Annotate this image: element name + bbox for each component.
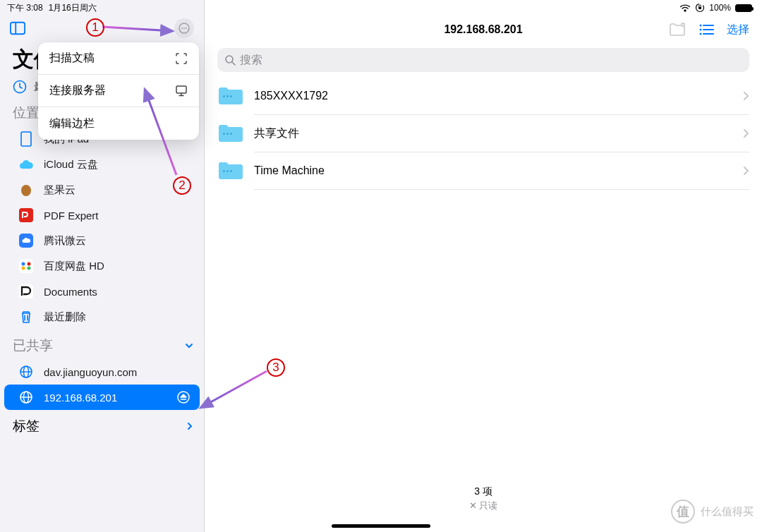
more-menu-popup: 扫描文稿 连接服务器 编辑边栏 xyxy=(38,42,199,140)
popup-edit-sidebar[interactable]: 编辑边栏 xyxy=(38,107,199,140)
sidebar-item-label: 腾讯微云 xyxy=(44,234,86,248)
battery-pct: 100% xyxy=(709,3,731,13)
chevron-right-icon xyxy=(742,128,749,138)
orientation-lock-icon xyxy=(695,3,705,13)
file-name: Time Machine xyxy=(254,164,325,177)
section-shared-header[interactable]: 已共享 xyxy=(0,330,204,359)
search-placeholder: 搜索 xyxy=(240,53,262,68)
section-tags-header[interactable]: 标签 xyxy=(0,410,204,440)
popup-connect-server[interactable]: 连接服务器 xyxy=(38,75,199,107)
sidebar-item-label: PDF Expert xyxy=(44,210,99,222)
popup-item-label: 编辑边栏 xyxy=(49,116,95,131)
watermark-badge: 值 xyxy=(671,500,695,524)
sidebar-item-server[interactable]: 192.168.68.201 xyxy=(4,385,200,410)
status-bar-right: 100% xyxy=(205,0,762,14)
sidebar-item-label: 百度网盘 HD xyxy=(44,260,104,273)
status-bar: 下午 3:08 1月16日周六 xyxy=(0,0,204,14)
svg-point-15 xyxy=(22,262,25,266)
svg-point-11 xyxy=(21,185,31,196)
svg-point-31 xyxy=(700,29,702,31)
sidebar-item-jianguoyun[interactable]: 坚果云 xyxy=(4,177,200,202)
sidebar-item-trash[interactable]: 最近删除 xyxy=(4,304,200,330)
search-field[interactable]: 搜索 xyxy=(217,48,749,72)
jianguoyun-icon xyxy=(17,183,35,197)
status-date: 1月16日周六 xyxy=(49,2,97,14)
svg-rect-42 xyxy=(226,133,229,135)
server-icon xyxy=(175,85,188,97)
svg-point-4 xyxy=(183,28,185,29)
scan-icon xyxy=(175,52,188,65)
chevron-down-icon xyxy=(184,341,194,351)
sidebar-item-label: 192.168.68.201 xyxy=(44,392,117,404)
svg-point-30 xyxy=(700,25,702,27)
svg-point-18 xyxy=(28,267,31,270)
clock-icon xyxy=(13,80,27,94)
status-time: 下午 3:08 xyxy=(7,2,43,14)
sidebar-item-weiyun[interactable]: 腾讯微云 xyxy=(4,228,200,253)
search-icon xyxy=(224,54,236,66)
svg-point-17 xyxy=(22,267,25,270)
new-folder-icon[interactable] xyxy=(669,23,686,37)
battery-icon xyxy=(735,4,752,12)
globe-icon xyxy=(17,390,35,404)
popup-item-label: 扫描文稿 xyxy=(49,51,95,66)
weiyun-icon xyxy=(17,234,35,248)
list-view-icon[interactable] xyxy=(698,23,714,36)
svg-rect-7 xyxy=(176,86,186,93)
svg-rect-28 xyxy=(698,7,701,10)
chevron-right-icon xyxy=(742,166,749,176)
item-count: 3 项 xyxy=(205,485,762,498)
svg-rect-43 xyxy=(230,133,232,135)
main-header: 192.168.68.201 选择 xyxy=(205,14,762,45)
file-row[interactable]: 185XXXX1792 xyxy=(205,78,762,114)
folder-icon xyxy=(217,123,244,144)
svg-rect-38 xyxy=(223,95,225,97)
more-options-button[interactable] xyxy=(174,18,194,38)
svg-line-37 xyxy=(232,62,235,65)
sidebar-item-label: iCloud 云盘 xyxy=(44,158,98,171)
ipad-icon xyxy=(17,131,35,147)
sidebar-item-pdfexpert[interactable]: PDF Expert xyxy=(4,202,200,228)
chevron-right-icon xyxy=(186,421,194,431)
svg-rect-14 xyxy=(19,259,33,273)
svg-rect-45 xyxy=(226,170,229,172)
popup-scan-documents[interactable]: 扫描文稿 xyxy=(38,42,199,75)
watermark-text: 什么值得买 xyxy=(701,505,754,519)
separator xyxy=(254,189,749,190)
folder-icon xyxy=(217,160,244,181)
eject-icon[interactable] xyxy=(177,391,190,404)
svg-rect-40 xyxy=(230,95,232,97)
svg-rect-12 xyxy=(19,208,33,222)
sidebar-item-icloud[interactable]: iCloud 云盘 xyxy=(4,152,200,177)
trash-icon xyxy=(17,310,35,324)
svg-rect-0 xyxy=(11,23,25,35)
popup-item-label: 连接服务器 xyxy=(49,83,106,98)
icloud-icon xyxy=(17,159,35,170)
svg-point-3 xyxy=(181,28,183,29)
sidebar-item-baidu[interactable]: 百度网盘 HD xyxy=(4,253,200,279)
sidebar-toolbar xyxy=(0,14,204,42)
select-button[interactable]: 选择 xyxy=(727,23,749,37)
file-name: 共享文件 xyxy=(254,126,299,141)
sidebar-item-dav[interactable]: dav.jianguoyun.com xyxy=(4,359,200,385)
folder-icon xyxy=(217,85,244,107)
home-indicator xyxy=(332,524,430,528)
sidebar-item-label: 坚果云 xyxy=(44,183,75,197)
section-label: 位置 xyxy=(13,104,40,122)
svg-point-5 xyxy=(186,28,187,29)
main-panel: 100% 192.168.68.201 选择 搜索 185XXXX1792 共享… xyxy=(205,0,762,532)
baidu-icon xyxy=(17,259,35,273)
section-label: 标签 xyxy=(13,417,40,435)
svg-rect-10 xyxy=(21,132,31,146)
svg-rect-41 xyxy=(223,133,225,135)
chevron-right-icon xyxy=(742,91,749,101)
sidebar-item-label: dav.jianguoyun.com xyxy=(44,366,137,378)
wifi-icon xyxy=(679,4,691,12)
file-row[interactable]: 共享文件 xyxy=(205,115,762,152)
svg-rect-46 xyxy=(230,170,232,172)
file-name: 185XXXX1792 xyxy=(254,90,328,102)
sidebar-item-documents[interactable]: Documents xyxy=(4,279,200,304)
sidebar-toggle-icon[interactable] xyxy=(10,21,25,35)
file-row[interactable]: Time Machine xyxy=(205,152,762,189)
pdfexpert-icon xyxy=(17,208,35,222)
